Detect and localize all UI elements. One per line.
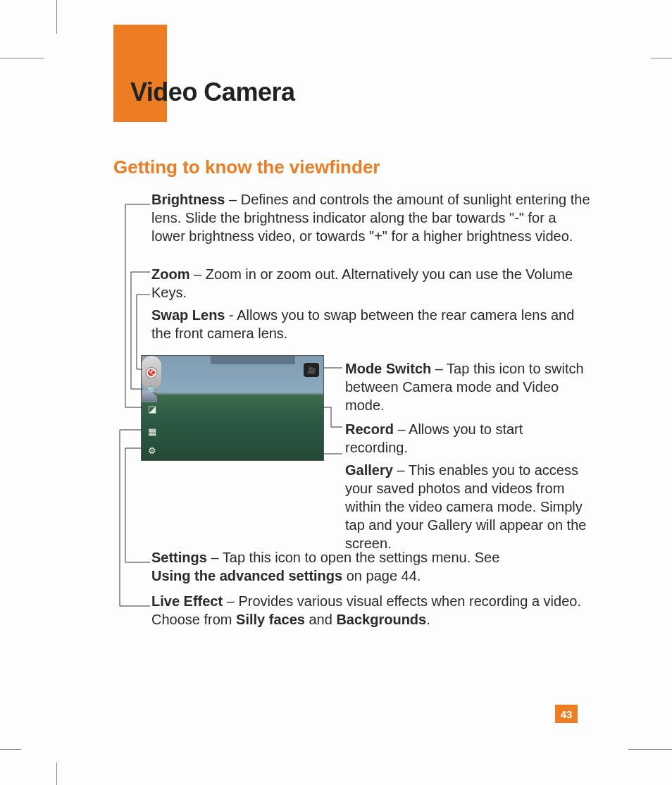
- description: Zoom in or zoom out. Alternatively you c…: [151, 266, 573, 300]
- description-part: and: [305, 612, 336, 627]
- callout-gallery: Gallery – This enables you to access you…: [345, 461, 588, 552]
- description-part: on page 44.: [342, 568, 421, 583]
- description-part: Tap this icon to open the settings menu.…: [223, 550, 500, 565]
- viewfinder-mockup: ⟲ 🔍 ◪ ▦ ⚙ 🎥: [141, 355, 324, 461]
- crop-mark: [56, 762, 57, 785]
- term: Gallery: [345, 462, 393, 478]
- description-part: .: [426, 612, 430, 627]
- zoom-icon: 🔍: [146, 384, 158, 397]
- page-title: Video Camera: [130, 78, 294, 107]
- mode-switch-icon: 🎥: [304, 363, 319, 377]
- status-bar: [211, 356, 295, 364]
- separator: –: [431, 361, 447, 376]
- separator: –: [223, 593, 238, 609]
- separator: –: [394, 421, 409, 437]
- separator: –: [225, 192, 240, 207]
- bold-ref: Silly faces: [236, 612, 305, 627]
- callout-mode-switch: Mode Switch – Tap this icon to switch be…: [345, 359, 588, 414]
- bottom-callouts: Settings – Tap this icon to open the set…: [113, 548, 592, 633]
- term: Record: [345, 421, 394, 437]
- callout-brightness: Brightness – Defines and controls the am…: [113, 190, 592, 245]
- crop-mark: [0, 749, 21, 750]
- crop-mark: [0, 58, 44, 58]
- callout-record: Record – Allows you to start recording.: [345, 420, 588, 457]
- settings-icon: ⚙: [146, 444, 158, 457]
- bold-ref: Using the advanced settings: [151, 568, 342, 583]
- right-callouts: Mode Switch – Tap this icon to switch be…: [345, 359, 588, 557]
- callout-settings: Settings – Tap this icon to open the set…: [113, 548, 592, 585]
- brightness-icon: ◪: [146, 402, 158, 415]
- separator: -: [225, 307, 237, 323]
- term: Zoom: [151, 266, 189, 282]
- crop-mark: [651, 58, 672, 58]
- term: Swap Lens: [151, 307, 225, 323]
- crop-mark: [56, 0, 57, 34]
- top-callouts: Brightness – Defines and controls the am…: [113, 190, 592, 347]
- page-number: 43: [555, 705, 578, 723]
- callout-swap-lens: Swap Lens - Allows you to swap between t…: [113, 306, 592, 342]
- bold-ref: Backgrounds: [336, 612, 426, 627]
- separator: –: [189, 266, 205, 282]
- live-effect-icon: ▦: [146, 425, 158, 438]
- separator: –: [393, 462, 409, 478]
- term: Live Effect: [151, 593, 223, 609]
- term: Settings: [151, 550, 207, 565]
- section-title: Getting to know the viewfinder: [113, 156, 380, 178]
- swap-lens-icon: ⟲: [146, 366, 158, 378]
- separator: –: [207, 550, 223, 565]
- title-accent-block: [113, 25, 167, 122]
- term: Mode Switch: [345, 361, 431, 376]
- callout-zoom: Zoom – Zoom in or zoom out. Alternativel…: [113, 265, 592, 302]
- crop-mark: [628, 749, 672, 750]
- callout-live-effect: Live Effect – Provides various visual ef…: [113, 592, 592, 629]
- term: Brightness: [151, 192, 225, 207]
